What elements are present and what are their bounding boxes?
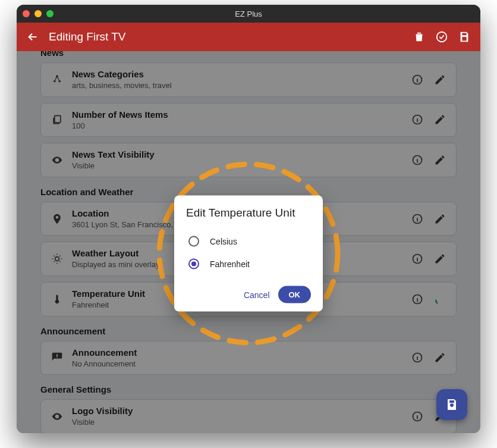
option-celsius[interactable]: Celsius	[186, 230, 311, 253]
page-title: Editing First TV	[49, 30, 403, 43]
save-icon[interactable]	[458, 30, 471, 43]
check-circle-icon[interactable]	[435, 30, 448, 43]
option-label: Fahrenheit	[210, 259, 250, 269]
cancel-button[interactable]: Cancel	[244, 290, 270, 299]
content-area: News News Categories arts, business, mov…	[17, 51, 480, 433]
window-title: EZ Plus	[17, 10, 480, 18]
edit-temp-dialog: Edit Temperature Unit Celsius Fahrenheit…	[174, 196, 323, 312]
mac-titlebar: EZ Plus	[17, 5, 480, 23]
app-header: Editing First TV	[17, 23, 480, 51]
app-window: EZ Plus Editing First TV News News Categ	[17, 5, 480, 433]
option-fahrenheit[interactable]: Fahrenheit	[186, 253, 311, 275]
radio-icon	[188, 236, 199, 247]
option-label: Celsius	[210, 237, 237, 246]
ok-button[interactable]: OK	[278, 286, 312, 303]
save-fab[interactable]	[436, 389, 467, 420]
back-icon[interactable]	[26, 30, 39, 43]
radio-checked-icon	[188, 259, 199, 270]
delete-icon[interactable]	[413, 30, 426, 43]
dialog-title: Edit Temperature Unit	[186, 206, 311, 220]
svg-point-0	[437, 32, 447, 42]
